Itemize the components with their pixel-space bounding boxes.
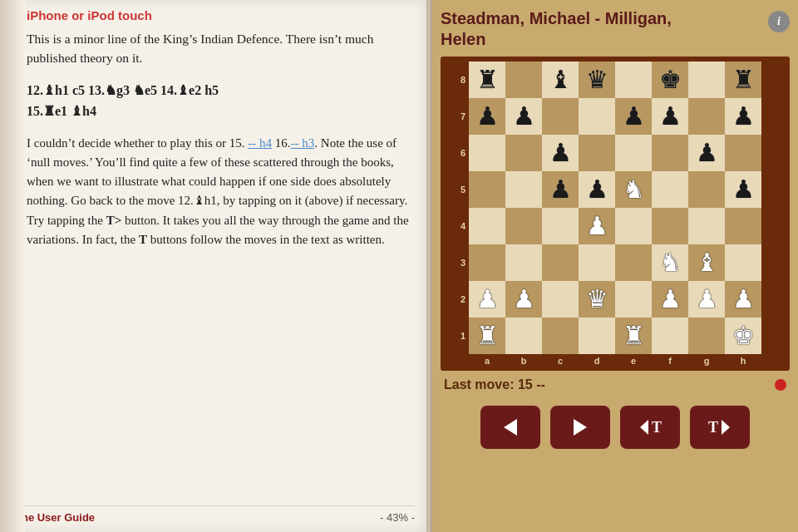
cell-e5[interactable]: ♞ xyxy=(615,171,652,208)
piece-e7: ♟ xyxy=(623,104,645,129)
cell-c3[interactable] xyxy=(542,244,579,281)
board-rank-2: 2♟♟♛♟♟♟ xyxy=(457,281,785,318)
cell-b3[interactable] xyxy=(505,244,542,281)
cell-g8[interactable] xyxy=(688,62,725,98)
t-back-button[interactable]: T xyxy=(620,406,680,449)
cell-d6[interactable] xyxy=(579,135,615,171)
cell-g3[interactable]: ♝ xyxy=(688,244,725,281)
cell-d1[interactable] xyxy=(579,318,615,354)
file-f: f xyxy=(652,356,688,366)
cell-d2[interactable]: ♛ xyxy=(579,281,615,318)
piece-f2: ♟ xyxy=(659,287,682,312)
cell-a1[interactable]: ♜ xyxy=(469,318,505,354)
cell-h6[interactable] xyxy=(725,135,761,171)
nav-buttons: T T xyxy=(441,399,790,452)
cell-a4[interactable] xyxy=(469,208,505,244)
svg-marker-2 xyxy=(640,420,648,435)
rank-label-3: 3 xyxy=(457,258,469,268)
cell-g2[interactable]: ♟ xyxy=(688,281,725,318)
piece-c5: ♟ xyxy=(549,177,572,202)
cell-d5[interactable]: ♟ xyxy=(579,171,615,208)
cell-h1[interactable]: ♚ xyxy=(725,318,761,354)
cell-c8[interactable]: ♝ xyxy=(542,62,579,98)
file-a: a xyxy=(469,356,505,366)
cell-c1[interactable] xyxy=(542,318,579,354)
cell-f5[interactable] xyxy=(652,171,688,208)
cell-a6[interactable] xyxy=(469,135,505,171)
cell-f8[interactable]: ♚ xyxy=(652,62,688,98)
cell-e1[interactable]: ♜ xyxy=(615,318,652,354)
cell-g4[interactable] xyxy=(688,208,725,244)
piece-d8: ♛ xyxy=(586,67,608,92)
cell-f1[interactable] xyxy=(652,318,688,354)
cell-b6[interactable] xyxy=(505,135,542,171)
piece-h2: ♟ xyxy=(732,287,755,312)
cell-b1[interactable] xyxy=(505,318,542,354)
cell-g1[interactable] xyxy=(688,318,725,354)
play-button[interactable] xyxy=(550,406,610,449)
cell-e2[interactable] xyxy=(615,281,652,318)
cell-b8[interactable] xyxy=(505,62,542,98)
info-icon[interactable]: i xyxy=(768,11,790,32)
cell-f4[interactable] xyxy=(652,208,688,244)
cell-h5[interactable]: ♟ xyxy=(725,171,761,208)
bottom-bar: The User Guide - 43% - xyxy=(15,505,415,524)
cell-d8[interactable]: ♛ xyxy=(579,62,615,98)
piece-a8: ♜ xyxy=(476,67,499,92)
cell-d3[interactable] xyxy=(579,244,615,281)
null-move-2: -- h3 xyxy=(291,136,315,150)
svg-marker-0 xyxy=(504,419,517,436)
cell-a3[interactable] xyxy=(469,244,505,281)
piece-a2: ♟ xyxy=(476,287,499,312)
cell-a5[interactable] xyxy=(469,171,505,208)
cell-b2[interactable]: ♟ xyxy=(505,281,542,318)
cell-d4[interactable]: ♟ xyxy=(579,208,615,244)
cell-g7[interactable] xyxy=(688,98,725,135)
t-forward-button[interactable]: T xyxy=(690,406,750,449)
cell-c4[interactable] xyxy=(542,208,579,244)
cell-e3[interactable] xyxy=(615,244,652,281)
cell-c7[interactable] xyxy=(542,98,579,135)
cell-a8[interactable]: ♜ xyxy=(469,62,505,98)
cell-f7[interactable]: ♟ xyxy=(652,98,688,135)
cell-h8[interactable]: ♜ xyxy=(725,62,761,98)
piece-e1: ♜ xyxy=(623,323,645,348)
cell-e4[interactable] xyxy=(615,208,652,244)
moves-line1[interactable]: 12.♝h1 c5 13.♞g3 ♞e5 14.♝e2 h5 xyxy=(27,83,219,97)
red-dot xyxy=(775,379,786,391)
cell-e8[interactable] xyxy=(615,62,652,98)
svg-marker-3 xyxy=(722,420,730,435)
cell-f2[interactable]: ♟ xyxy=(652,281,688,318)
cell-d7[interactable] xyxy=(579,98,615,135)
cell-h7[interactable]: ♟ xyxy=(725,98,761,135)
cell-h2[interactable]: ♟ xyxy=(725,281,761,318)
cell-c2[interactable] xyxy=(542,281,579,318)
cell-h4[interactable] xyxy=(725,208,761,244)
cell-b4[interactable] xyxy=(505,208,542,244)
game-title: Steadman, Michael - Milligan, Helen xyxy=(441,8,761,50)
body-text: I couldn’t decide whether to play this o… xyxy=(27,134,415,250)
cell-g6[interactable]: ♟ xyxy=(688,135,725,171)
cell-b5[interactable] xyxy=(505,171,542,208)
cell-c5[interactable]: ♟ xyxy=(542,171,579,208)
file-labels: a b c d e f g h xyxy=(457,356,785,366)
cell-b7[interactable]: ♟ xyxy=(505,98,542,135)
board-rank-8: 8♜♝♛♚♜ xyxy=(457,62,785,98)
cell-a7[interactable]: ♟ xyxy=(469,98,505,135)
book-panel: iPhone or iPod touch This is a minor lin… xyxy=(0,0,432,532)
cell-h3[interactable] xyxy=(725,244,761,281)
moves-line2[interactable]: 15.♜e1 ♝h4 xyxy=(27,104,96,118)
cell-c6[interactable]: ♟ xyxy=(542,135,579,171)
cell-e6[interactable] xyxy=(615,135,652,171)
board-rank-6: 6♟♟ xyxy=(457,135,785,171)
prev-button[interactable] xyxy=(480,406,540,449)
piece-h8: ♜ xyxy=(732,67,755,92)
cell-g5[interactable] xyxy=(688,171,725,208)
cell-a2[interactable]: ♟ xyxy=(469,281,505,318)
cell-e7[interactable]: ♟ xyxy=(615,98,652,135)
device-label: iPhone or iPod touch xyxy=(27,8,415,22)
cell-f6[interactable] xyxy=(652,135,688,171)
page-percent: - 43% - xyxy=(380,511,415,524)
piece-h7: ♟ xyxy=(732,104,755,129)
cell-f3[interactable]: ♞ xyxy=(652,244,688,281)
